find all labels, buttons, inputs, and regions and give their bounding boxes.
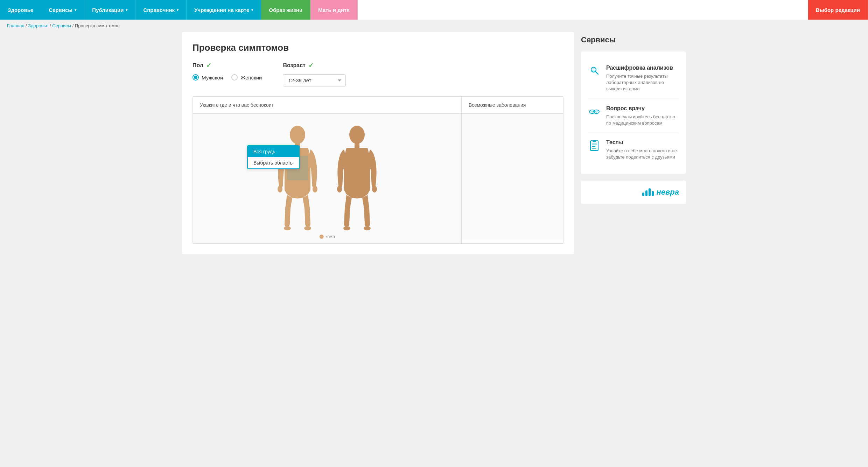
nav-directory-label: Справочник [143,7,175,13]
gender-label: Пол ✓ [192,62,262,69]
tooltip-all-chest[interactable]: Вся грудь [248,146,299,157]
human-back[interactable] [334,124,380,236]
nav-services-chevron: ▾ [75,8,76,12]
svg-point-3 [313,186,317,193]
svg-rect-26 [592,146,595,147]
nav-mother[interactable]: Мать и дитя [310,0,358,20]
human-figures [275,121,380,236]
age-label: Возраст ✓ [283,62,346,69]
gender-check-icon: ✓ [206,62,211,69]
body-right-content [462,114,563,240]
nav-editor[interactable]: Выбор редакции [808,0,868,20]
svg-point-10 [372,186,377,193]
svg-rect-16 [592,70,594,70]
nav-health-label: Здоровье [8,7,33,13]
svg-rect-27 [592,148,596,149]
sidebar-card: Расшифровка анализов Получите точные рез… [581,51,686,174]
breadcrumb-services[interactable]: Сервисы [52,23,71,28]
age-group: Возраст ✓ До 12 лет 12-39 лет 40-60 лет … [283,62,346,86]
sidebar-item-tests[interactable]: Тесты Узнайте о себе много нового и не з… [588,133,679,167]
nav-editor-label: Выбор редакции [816,7,860,13]
svg-rect-28 [593,140,596,142]
body-tooltip: Вся грудь Выбрать область [247,145,300,169]
breadcrumb-health[interactable]: Здоровье [28,23,48,28]
nav-map[interactable]: Учреждения на карте ▾ [187,0,261,20]
svg-rect-23 [590,141,598,151]
nav-directory[interactable]: Справочник ▾ [135,0,187,20]
analysis-title: Расшифровка анализов [606,65,679,71]
page-title: Проверка симптомов [192,42,564,53]
analysis-desc: Получите точные результаты лабораторных … [606,73,679,92]
sidebar-item-doctor[interactable]: Вопрос врачу Проконсультируйтесь бесплат… [588,99,679,133]
svg-point-4 [284,226,291,230]
analysis-icon [588,65,601,77]
nav-publications-chevron: ▾ [126,8,127,12]
human-front[interactable] [275,124,320,236]
tests-icon [588,139,601,152]
nav-health[interactable]: Здоровье [0,0,41,20]
gender-male-label: Мужской [202,75,223,81]
nav-services[interactable]: Сервисы ▾ [41,0,84,20]
svg-point-12 [364,226,371,230]
skin-legend: кожа [319,234,335,239]
nav-map-label: Учреждения на карте [194,7,249,13]
svg-rect-17 [592,71,595,71]
svg-rect-24 [592,143,597,144]
main-content: Проверка симптомов Пол ✓ Мужской Женский [182,32,574,254]
skin-dot-icon [319,235,323,239]
body-figure-area[interactable]: Вся грудь Выбрать область кожа [193,114,461,243]
age-check-icon: ✓ [308,62,314,69]
doctor-title: Вопрос врачу [606,105,679,112]
nav-publications-label: Публикации [92,7,124,13]
form-row: Пол ✓ Мужской Женский Возрас [192,62,564,86]
skin-legend-label: кожа [326,234,335,239]
body-right-header: Возможные заболевания [462,97,563,114]
nav-map-chevron: ▾ [251,8,253,12]
svg-rect-25 [592,145,597,145]
age-select[interactable]: До 12 лет 12-39 лет 40-60 лет Старше 60 … [283,74,346,86]
svg-rect-8 [355,143,359,148]
logo-bars-icon [642,188,654,196]
gender-male[interactable]: Мужской [192,74,223,81]
tests-desc: Узнайте о себе много нового и не забудьт… [606,148,679,160]
analysis-text: Расшифровка анализов Получите точные рез… [606,65,679,92]
gender-group: Пол ✓ Мужской Женский [192,62,262,81]
gender-options: Мужской Женский [192,74,262,81]
gender-female[interactable]: Женский [231,74,262,81]
body-left-header: Укажите где и что вас беспокоит [193,97,461,114]
tests-title: Тесты [606,139,679,146]
svg-point-0 [290,126,305,144]
gender-female-label: Женский [240,75,262,81]
nav-lifestyle[interactable]: Образ жизни [261,0,310,20]
nav-mother-label: Мать и дитя [318,7,350,13]
main-nav: Здоровье Сервисы ▾ Публикации ▾ Справочн… [0,0,868,20]
nav-services-label: Сервисы [49,7,72,13]
svg-point-19 [591,111,593,113]
doctor-icon [588,105,601,118]
body-panels: Укажите где и что вас беспокоит [192,96,564,244]
svg-point-11 [343,226,350,230]
radio-female-dot [231,74,238,81]
nav-publications[interactable]: Публикации ▾ [84,0,135,20]
body-left-panel: Укажите где и что вас беспокоит [193,97,462,243]
svg-rect-15 [592,69,596,69]
svg-point-9 [337,186,342,193]
svg-point-7 [349,126,365,144]
breadcrumb: Главная / Здоровье / Сервисы / Проверка … [0,20,868,32]
breadcrumb-home[interactable]: Главная [7,23,24,28]
doctor-text: Вопрос врачу Проконсультируйтесь бесплат… [606,105,679,126]
sidebar-item-analysis[interactable]: Расшифровка анализов Получите точные рез… [588,58,679,99]
radio-male-dot [192,74,199,81]
tooltip-select-area[interactable]: Выбрать область [248,157,299,168]
nav-lifestyle-label: Образ жизни [269,7,302,13]
svg-point-21 [595,111,597,113]
sidebar-title: Сервисы [581,32,686,44]
nav-directory-chevron: ▾ [177,8,178,12]
tests-text: Тесты Узнайте о себе много нового и не з… [606,139,679,160]
svg-line-14 [595,71,598,74]
svg-point-5 [304,226,311,230]
sidebar-logo-area: невра [581,181,686,204]
svg-point-2 [278,186,282,193]
logo-text: невра [657,188,679,197]
doctor-desc: Проконсультируйтесь бесплатно по медицин… [606,114,679,126]
